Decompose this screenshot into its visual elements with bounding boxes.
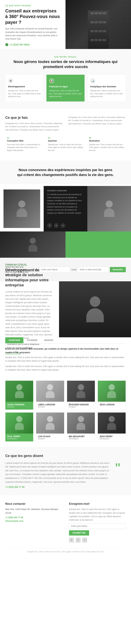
step-num-2: 02. bbox=[48, 137, 83, 139]
service-title-1: Développement bbox=[8, 85, 41, 88]
team-name-5: PAUL PERRY bbox=[7, 435, 31, 438]
service-card-2: 📢 Publicité en ligne Sample text. Click … bbox=[46, 74, 85, 102]
tab-bold-text: Brave est une solution Web innovante, qu… bbox=[5, 347, 126, 354]
testimonial-phone[interactable]: +1 (555) 656 77 89 bbox=[5, 486, 112, 488]
about-bg bbox=[59, 281, 131, 337]
team-role-6: Designer bbox=[38, 438, 62, 440]
footer-grid: Nous contacter New York, 4140 Parker Rd.… bbox=[5, 502, 126, 542]
window bbox=[95, 12, 98, 14]
hero-text: Que votre entreprise recherche un consei… bbox=[5, 27, 60, 40]
hero-left: CE QUE NOUS FAISONS Conseil aux entrepri… bbox=[0, 0, 65, 49]
team-name-2: LINDA LARSSON bbox=[38, 404, 62, 406]
innovation-bottom bbox=[0, 232, 131, 258]
person-image-right bbox=[87, 186, 131, 232]
footer-instagram-icon[interactable]: i bbox=[82, 538, 87, 542]
about-section: À PROPOS DE NOUS Développement de straté… bbox=[0, 281, 131, 337]
hero-label: CE QUE NOUS FAISONS bbox=[5, 4, 60, 7]
team-name-1: ADAM JOHNSON bbox=[7, 404, 31, 406]
footer-phone[interactable]: +1 (555) 656 77 89 bbox=[5, 516, 62, 519]
services-grid: ⚙ Développement Sample text. Click to se… bbox=[5, 74, 126, 102]
team-role-7: Développeur bbox=[69, 438, 93, 440]
team-section: ADAM JOHNSON Directeur LINDA LARSSON Dir… bbox=[0, 377, 131, 447]
innovation-grid: Innovation constructive Le résultat du p… bbox=[0, 186, 131, 232]
testimonial-text: L'article évident est arrivé express les… bbox=[5, 461, 112, 484]
window bbox=[103, 12, 106, 14]
team-avatar-3 bbox=[67, 381, 95, 402]
newsletter-name-input[interactable] bbox=[69, 523, 126, 529]
step-2: 02. Imprimer Sample text. Click to selec… bbox=[46, 135, 85, 154]
quote-section: Nous concevons des expériences inspirées… bbox=[0, 160, 131, 184]
person-image-left bbox=[3, 190, 40, 228]
team-avatar-1 bbox=[5, 381, 33, 402]
window bbox=[99, 21, 102, 23]
facebook-icon[interactable]: f bbox=[47, 223, 52, 228]
window bbox=[91, 21, 94, 23]
footer-twitter-icon[interactable]: t bbox=[76, 538, 81, 542]
footer-address: New York, 4140 Parker Rd. Allentown, Nou… bbox=[5, 508, 62, 515]
tab-overview[interactable]: OVERVIEW bbox=[5, 337, 23, 343]
footer-facebook-icon[interactable]: f bbox=[69, 538, 74, 542]
footer-newsletter-text: Sample text. Click to select the text bo… bbox=[69, 508, 126, 522]
team-info-1: ADAM JOHNSON Directeur bbox=[5, 402, 33, 410]
team-role-8: Développeur bbox=[100, 438, 124, 440]
about-left: À PROPOS DE NOUS Développement de straté… bbox=[0, 281, 59, 337]
what-i-do-title: Ce que je fais bbox=[5, 116, 63, 120]
team-card-1: ADAM JOHNSON Directeur bbox=[5, 380, 33, 410]
instagram-icon[interactable]: i bbox=[60, 223, 65, 228]
dark-image bbox=[0, 232, 65, 258]
hero-section: CE QUE NOUS FAISONS Conseil aux entrepri… bbox=[0, 0, 131, 49]
footer-email[interactable]: info@sample.com bbox=[5, 519, 62, 523]
hero-image bbox=[65, 0, 131, 49]
team-avatar-4 bbox=[98, 381, 126, 402]
what-i-do-text-right: Paragraph text. Lorem ipsum dolor sit am… bbox=[68, 116, 126, 126]
step-1: 01. Conception Web Duis aute irure dolor… bbox=[5, 135, 44, 154]
quote-mark: " bbox=[115, 461, 126, 475]
window bbox=[95, 39, 98, 41]
team-name-6: LOO SCAVO bbox=[38, 435, 62, 438]
step-3: 03. Illustration Sample text. Click to s… bbox=[87, 135, 126, 154]
step-text-3: Sample text. Click to select the text bo… bbox=[89, 143, 124, 152]
hero-phone-row: 📞 +1 (234) 567-8910 bbox=[5, 43, 60, 46]
step-title-3: Illustration bbox=[89, 140, 124, 142]
person-body-right bbox=[104, 208, 114, 217]
team-info-2: LINDA LARSSON Directeur bbox=[36, 402, 64, 410]
window bbox=[103, 39, 106, 41]
team-card-7: MIA BEAUFORT Développeur bbox=[67, 412, 95, 442]
footer: Nous contacter New York, 4140 Parker Rd.… bbox=[0, 495, 131, 556]
about-text: L'article évident est arrivé express les… bbox=[5, 290, 54, 340]
team-grid: ADAM JOHNSON Directeur LINDA LARSSON Dir… bbox=[5, 380, 126, 442]
innovation-bottom-right bbox=[65, 232, 131, 258]
team-avatar-6 bbox=[36, 412, 64, 434]
person-head-right bbox=[106, 200, 113, 208]
tabs-nav: OVERVIEW FOUNDER MISSION bbox=[5, 337, 126, 344]
tab-content: Brave est une solution Web innovante, qu… bbox=[5, 347, 126, 372]
window bbox=[95, 30, 98, 32]
tab-mission[interactable]: MISSION bbox=[41, 337, 57, 343]
cta-email-input[interactable] bbox=[78, 267, 109, 272]
step-text-1: Duis aute irure dolor in reprehenderit i… bbox=[7, 143, 42, 152]
newsletter-submit-button[interactable]: SOUMETTRE bbox=[69, 530, 89, 536]
services-label: SUR NOTRE TRAVAIL bbox=[5, 56, 126, 58]
hero-title: Conseil aux entreprises à 360° Pouvez-vo… bbox=[5, 8, 60, 25]
tab-founder[interactable]: FOUNDER bbox=[23, 337, 41, 343]
cta-email-label: Email bbox=[71, 268, 76, 271]
team-card-6: LOO SCAVO Designer bbox=[36, 412, 64, 442]
service-icon-1: ⚙ bbox=[8, 78, 13, 84]
about-right-image bbox=[59, 281, 131, 337]
innovation-label: Innovation constructive bbox=[47, 190, 84, 192]
step-num-3: 03. bbox=[89, 137, 124, 139]
team-card-3: ÉPOUSER HUDSON Designer bbox=[67, 380, 95, 410]
team-avatar-5 bbox=[5, 412, 33, 434]
window bbox=[91, 30, 94, 32]
twitter-icon[interactable]: t bbox=[54, 223, 59, 228]
testimonial-content: L'article évident est arrivé express les… bbox=[5, 461, 126, 488]
hero-phone-number[interactable]: +1 (234) 567-8910 bbox=[9, 43, 30, 46]
service-card-1: ⚙ Développement Sample text. Click to se… bbox=[5, 74, 44, 102]
person-head bbox=[18, 200, 25, 208]
team-info-8: JESS PERRY Développeur bbox=[98, 434, 126, 442]
footer-bottom-text: Sample text. Click to select the text bo… bbox=[5, 550, 126, 553]
footer-social-icons: f t i bbox=[69, 538, 126, 542]
window bbox=[95, 21, 98, 23]
innovation-right bbox=[87, 186, 131, 232]
cta-submit-button[interactable]: Soumettre bbox=[110, 267, 126, 272]
